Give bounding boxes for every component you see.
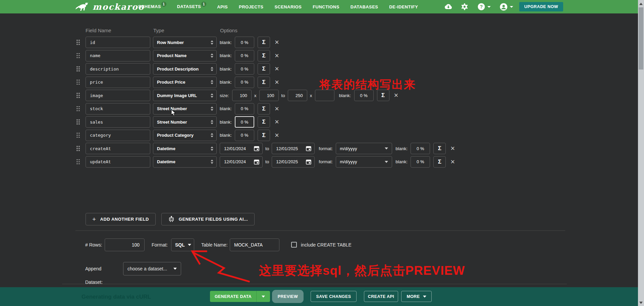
field-type-select[interactable]: Datetime (153, 156, 217, 168)
field-name-input[interactable] (86, 63, 150, 75)
drag-handle-icon[interactable] (76, 106, 81, 112)
drag-handle-icon[interactable] (76, 40, 81, 45)
field-type-select[interactable]: Row Number (153, 37, 217, 48)
remove-field-icon[interactable]: × (275, 118, 279, 126)
distribution-button[interactable]: Σ (258, 103, 270, 115)
generate-data-button[interactable]: GENERATE DATA (210, 291, 256, 302)
mouse-cursor (171, 109, 176, 117)
scroll-up-icon[interactable] (639, 3, 643, 5)
drag-handle-icon[interactable] (76, 119, 81, 125)
drag-handle-icon[interactable] (76, 146, 81, 151)
save-changes-button[interactable]: SAVE CHANGES (311, 291, 357, 302)
field-name-input[interactable] (86, 77, 150, 88)
distribution-button[interactable]: Σ (433, 143, 446, 154)
drag-handle-icon[interactable] (76, 133, 81, 138)
append-dataset-select[interactable]: choose a dataset... (123, 262, 181, 275)
field-type-select[interactable]: Product Name (153, 50, 217, 61)
distribution-button[interactable]: Σ (433, 156, 446, 168)
account-menu[interactable] (500, 0, 513, 13)
field-name-input[interactable] (86, 50, 150, 61)
nav-item-scenarios[interactable]: SCENARIOS (274, 4, 302, 9)
field-name-input[interactable] (86, 156, 150, 168)
nav-item-schemas[interactable]: SCHEMAS1 (138, 4, 166, 9)
remove-field-icon[interactable]: × (450, 145, 455, 152)
field-type-select[interactable]: Product Description (153, 63, 217, 75)
schemas-count-badge: 1 (161, 2, 166, 7)
size-max-width-input[interactable]: 250 (288, 90, 307, 101)
blank-percent-input[interactable]: 0 % (235, 103, 254, 115)
vertical-scrollbar[interactable] (638, 0, 644, 306)
field-name-input[interactable] (86, 103, 150, 115)
date-format-select[interactable]: m/d/yyyy (336, 156, 392, 168)
help-menu[interactable]: ? (478, 0, 491, 13)
remove-field-icon[interactable]: × (275, 105, 279, 113)
blank-percent-input[interactable]: 0 % (411, 143, 430, 154)
remove-field-icon[interactable]: × (275, 52, 279, 59)
blank-percent-input[interactable]: 0 % (411, 156, 430, 168)
date-from-input[interactable]: 12/01/2024 (220, 143, 263, 154)
nav-item-functions[interactable]: FUNCTIONS (313, 4, 339, 9)
size-min-height-input[interactable]: 100 (259, 90, 279, 101)
field-type-select[interactable]: Product Category (153, 130, 217, 141)
remove-field-icon[interactable]: × (394, 92, 398, 99)
distribution-button[interactable]: Σ (258, 37, 270, 48)
nav-item-deidentify[interactable]: DE-IDENTIFY (389, 4, 418, 9)
remove-field-icon[interactable]: × (275, 132, 279, 139)
rows-count-input[interactable] (105, 238, 145, 251)
remove-field-icon[interactable]: × (275, 65, 279, 73)
size-min-width-input[interactable]: 100 (232, 90, 252, 101)
upgrade-now-button[interactable]: UPGRADE NOW (519, 2, 563, 11)
blank-percent-input[interactable]: 0 % (235, 50, 254, 61)
include-create-table-checkbox[interactable] (291, 242, 297, 248)
drag-handle-icon[interactable] (76, 93, 81, 98)
remove-field-icon[interactable]: × (275, 79, 279, 86)
field-name-input[interactable] (86, 130, 150, 141)
date-to-input[interactable]: 12/01/2025 (272, 156, 315, 168)
generate-fields-ai-button[interactable]: GENERATE FIELDS USING AI... (161, 213, 255, 225)
create-api-button[interactable]: CREATE API (364, 291, 398, 302)
distribution-button[interactable]: Σ (258, 63, 270, 75)
field-type-select[interactable]: Street Number (153, 103, 217, 115)
blank-percent-input[interactable]: 0 % (235, 77, 254, 88)
drag-handle-icon[interactable] (76, 53, 81, 58)
remove-field-icon[interactable]: × (275, 39, 279, 46)
drag-handle-icon[interactable] (76, 159, 81, 165)
curl-section-title: Generating data via cURL (82, 294, 151, 300)
generate-data-dropdown[interactable] (256, 291, 270, 302)
distribution-button[interactable]: Σ (258, 116, 270, 128)
blank-percent-input[interactable]: 0 % (235, 116, 254, 128)
date-format-select[interactable]: m/d/yyyy (336, 143, 392, 154)
blank-percent-input[interactable]: 0 % (235, 130, 254, 141)
download-cloud-button[interactable] (443, 0, 452, 13)
distribution-button[interactable]: Σ (258, 77, 270, 88)
field-name-input[interactable] (86, 90, 150, 101)
scroll-down-icon[interactable] (639, 302, 643, 304)
field-name-input[interactable] (86, 37, 150, 48)
field-name-input[interactable] (86, 116, 150, 128)
distribution-button[interactable]: Σ (258, 50, 270, 61)
field-type-select[interactable]: Datetime (153, 143, 217, 154)
blank-percent-input[interactable]: 0 % (235, 37, 254, 48)
mockaroo-logo[interactable]: mockaroo (75, 1, 144, 12)
drag-handle-icon[interactable] (76, 66, 81, 72)
date-to-input[interactable]: 12/01/2025 (272, 143, 315, 154)
field-type-select[interactable]: Dummy Image URL (153, 90, 217, 101)
field-type-select[interactable]: Street Number (153, 116, 217, 128)
date-from-input[interactable]: 12/01/2024 (220, 156, 263, 168)
distribution-button[interactable]: Σ (258, 130, 270, 141)
field-type-select[interactable]: Product Price (153, 77, 217, 88)
nav-item-datasets[interactable]: DATASETS1 (177, 4, 206, 9)
nav-item-databases[interactable]: DATABASES (351, 4, 378, 9)
drag-handle-icon[interactable] (76, 80, 81, 85)
field-name-input[interactable] (86, 143, 150, 154)
calendar-icon (254, 146, 259, 151)
preview-button[interactable]: PREVIEW (272, 290, 304, 303)
scrollbar-thumb[interactable] (639, 7, 643, 70)
remove-field-icon[interactable]: × (450, 158, 455, 166)
blank-percent-input[interactable]: 0 % (235, 63, 254, 75)
nav-item-apis[interactable]: APIS (217, 4, 228, 9)
add-another-field-button[interactable]: + ADD ANOTHER FIELD (86, 213, 156, 225)
more-button[interactable]: MORE (401, 291, 432, 302)
settings-button[interactable] (461, 0, 468, 13)
nav-item-projects[interactable]: PROJECTS (239, 4, 263, 9)
